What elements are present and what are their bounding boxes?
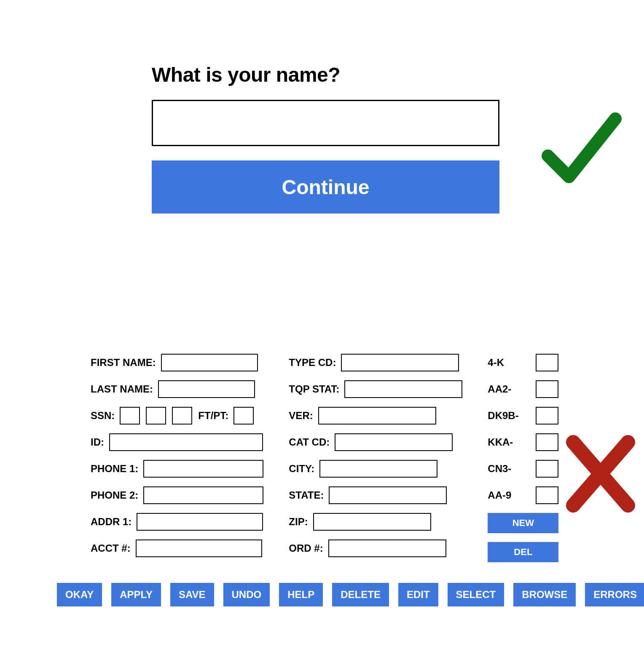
ssn-seg-3[interactable] [172,407,192,425]
phone2-input[interactable] [143,486,263,504]
cat-cd-input[interactable] [335,433,453,451]
state-label: STATE: [289,489,324,501]
type-cd-input[interactable] [341,354,459,371]
code-label: DK9B- [488,410,518,422]
bad-form-col2: TYPE CD: TQP STAT: VER: CAT CD: CITY: ST… [289,354,462,557]
bad-form-col1: FIRST NAME: LAST NAME: SSN: FT/PT: ID: P… [91,354,263,557]
code-input-3[interactable] [536,433,558,451]
code-label: AA-9 [488,489,511,501]
addr1-input[interactable] [137,513,263,531]
delete-button[interactable]: DELETE [332,583,389,606]
code-input-5[interactable] [536,486,558,504]
bad-form-col3: 4-K AA2- DK9B- KKA- CN3- AA-9 NEW DEL [488,354,558,562]
code-label: CN3- [488,463,511,475]
first-name-label: FIRST NAME: [91,357,156,369]
city-label: CITY: [289,463,314,475]
ssn-seg-1[interactable] [120,407,140,425]
name-input[interactable] [152,100,499,146]
last-name-label: LAST NAME: [91,383,153,395]
errors-button[interactable]: ERRORS [585,583,644,606]
okay-button[interactable]: OKAY [57,583,102,606]
ftpt-label: FT/PT: [198,410,228,422]
cat-cd-label: CAT CD: [289,436,330,448]
continue-button[interactable]: Continue [152,160,499,214]
x-mark-icon [565,434,636,514]
ssn-label: SSN: [91,410,115,422]
code-label: KKA- [488,436,513,448]
first-name-input[interactable] [161,354,258,371]
zip-label: ZIP: [289,516,308,528]
undo-button[interactable]: UNDO [223,583,270,606]
type-cd-label: TYPE CD: [289,357,336,369]
ssn-seg-2[interactable] [146,407,166,425]
edit-button[interactable]: EDIT [398,583,438,606]
ord-input[interactable] [328,539,446,557]
city-input[interactable] [319,460,437,478]
code-input-1[interactable] [536,380,558,398]
tqp-stat-label: TQP STAT: [289,383,339,395]
new-button[interactable]: NEW [488,513,558,533]
acct-input[interactable] [136,539,262,557]
last-name-input[interactable] [158,380,255,398]
code-label: 4-K [488,357,504,369]
phone1-input[interactable] [143,460,263,478]
ver-label: VER: [289,410,313,422]
phone1-label: PHONE 1: [91,463,138,475]
state-input[interactable] [329,486,447,504]
good-example-form: What is your name? Continue [152,63,499,214]
code-input-2[interactable] [536,407,558,425]
select-button[interactable]: SELECT [448,583,504,606]
code-input-4[interactable] [536,460,558,478]
save-button[interactable]: SAVE [170,583,214,606]
del-button[interactable]: DEL [488,542,558,562]
tqp-stat-input[interactable] [344,380,462,398]
id-input[interactable] [109,433,263,451]
bottom-button-row: OKAY APPLY SAVE UNDO HELP DELETE EDIT SE… [57,583,644,606]
bad-example-form: FIRST NAME: LAST NAME: SSN: FT/PT: ID: P… [91,354,558,562]
id-label: ID: [91,436,104,448]
code-input-0[interactable] [536,354,558,371]
code-label: AA2- [488,383,511,395]
good-form-title: What is your name? [152,63,499,86]
help-button[interactable]: HELP [279,583,323,606]
checkmark-icon [539,110,624,190]
zip-input[interactable] [313,513,431,531]
ftpt-input[interactable] [233,407,254,425]
addr1-label: ADDR 1: [91,516,131,528]
ver-input[interactable] [318,407,436,425]
browse-button[interactable]: BROWSE [513,583,576,606]
phone2-label: PHONE 2: [91,489,138,501]
acct-label: ACCT #: [91,542,131,554]
ord-label: ORD #: [289,542,323,554]
apply-button[interactable]: APPLY [111,583,161,606]
